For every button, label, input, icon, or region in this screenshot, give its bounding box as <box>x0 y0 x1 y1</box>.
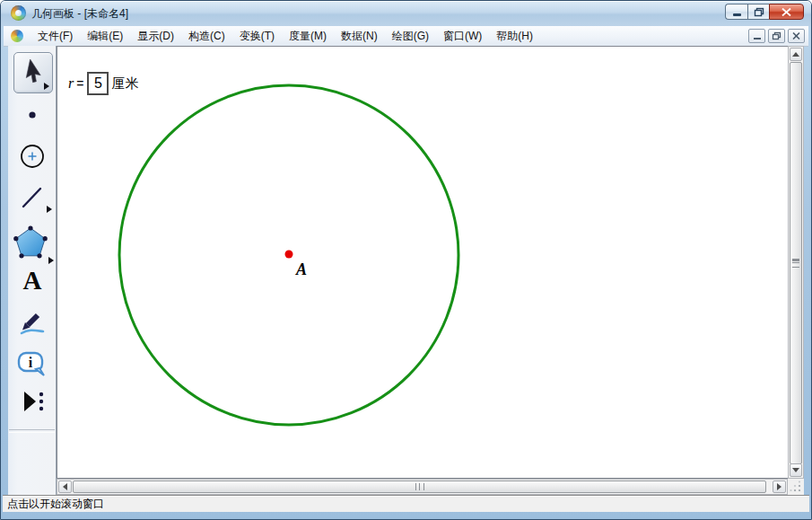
flyout-arrow-icon <box>47 206 52 213</box>
mdi-restore-icon <box>772 31 781 40</box>
mdi-minimize-button[interactable] <box>748 29 765 43</box>
menu-item-edit[interactable]: 编辑(E) <box>80 26 130 47</box>
arrow-down-icon <box>792 468 799 472</box>
close-icon <box>781 8 791 16</box>
mdi-close-icon <box>792 32 800 40</box>
selection-arrow-icon <box>20 57 47 88</box>
radius-value-box[interactable]: 5 <box>87 72 109 95</box>
minimize-icon <box>733 13 741 16</box>
segment-icon <box>17 182 48 213</box>
app-window: 几何画板 - [未命名4] 文件(F) 编辑(E) 显示(D) <box>0 0 812 520</box>
arrow-left-icon <box>63 483 67 490</box>
resize-grip-icon <box>788 479 804 495</box>
close-button[interactable] <box>769 4 804 20</box>
tool-polygon[interactable] <box>8 222 57 267</box>
flyout-arrow-icon <box>44 83 49 90</box>
radius-label: r = 5 厘米 <box>68 72 138 95</box>
equals-sign: = <box>76 76 83 91</box>
sketch-layer <box>57 47 788 479</box>
toolbar-separator <box>9 429 55 433</box>
circle-icon <box>18 142 47 171</box>
mdi-restore-button[interactable] <box>768 29 785 43</box>
menu-item-graph[interactable]: 绘图(G) <box>385 26 436 47</box>
menu-item-display[interactable]: 显示(D) <box>130 26 181 47</box>
menu-item-file[interactable]: 文件(F) <box>31 26 80 47</box>
tool-palette: A i <box>8 46 57 495</box>
tool-point[interactable] <box>8 101 57 128</box>
scroll-down-button[interactable] <box>790 463 802 477</box>
polygon-icon <box>13 224 51 265</box>
menu-item-data[interactable]: 数据(N) <box>334 26 385 47</box>
resize-grip[interactable] <box>788 479 804 495</box>
restore-icon <box>754 7 764 17</box>
thumb-grip-icon <box>415 483 424 490</box>
restore-button[interactable] <box>747 4 769 20</box>
point-icon <box>27 110 38 120</box>
arrow-up-icon <box>792 52 799 57</box>
info-icon: i <box>16 350 48 379</box>
marker-icon <box>17 310 48 339</box>
mdi-minimize-icon <box>754 38 761 40</box>
menu-item-measure[interactable]: 度量(M) <box>282 26 334 47</box>
center-point[interactable] <box>285 251 293 259</box>
vertical-scrollbar[interactable] <box>788 46 804 479</box>
menu-item-construct[interactable]: 构造(C) <box>181 26 232 47</box>
tool-custom[interactable] <box>8 385 57 416</box>
point-label[interactable]: A <box>296 260 307 279</box>
status-bar: 点击以开始滚动窗口 <box>3 495 809 512</box>
scroll-right-button[interactable] <box>773 480 786 493</box>
title-bar[interactable]: 几何画板 - [未命名4] <box>1 1 811 26</box>
menu-bar: 文件(F) 编辑(E) 显示(D) 构造(C) 变换(T) 度量(M) 数据(N… <box>4 26 808 47</box>
vertical-scroll-thumb[interactable] <box>790 62 802 464</box>
tool-marker[interactable] <box>8 308 57 340</box>
tool-compass-circle[interactable] <box>8 140 57 172</box>
horizontal-scrollbar[interactable] <box>57 479 788 495</box>
radius-unit: 厘米 <box>111 75 138 93</box>
menu-item-transform[interactable]: 变换(T) <box>232 26 282 47</box>
menu-item-help[interactable]: 帮助(H) <box>489 26 540 47</box>
scroll-up-button[interactable] <box>790 48 802 61</box>
tool-information[interactable]: i <box>8 348 57 382</box>
scroll-left-button[interactable] <box>58 480 72 493</box>
text-tool-icon: A <box>23 266 42 295</box>
menu-item-window[interactable]: 窗口(W) <box>436 26 489 47</box>
tool-selection-arrow[interactable] <box>13 52 53 93</box>
horizontal-scroll-thumb[interactable] <box>73 480 766 493</box>
radius-variable: r <box>68 75 74 92</box>
tool-text[interactable]: A <box>8 263 57 297</box>
svg-text:i: i <box>29 355 33 370</box>
status-text: 点击以开始滚动窗口 <box>7 497 104 512</box>
arrow-right-icon <box>777 483 781 490</box>
custom-tool-icon <box>18 387 47 414</box>
app-logo-icon <box>11 5 26 21</box>
document-icon[interactable] <box>11 30 23 42</box>
minimize-button[interactable] <box>725 4 747 20</box>
mdi-close-button[interactable] <box>788 29 805 43</box>
window-title: 几何画板 - [未命名4] <box>31 6 128 22</box>
thumb-grip-icon <box>792 259 799 268</box>
tool-segment[interactable] <box>8 181 57 215</box>
drawing-canvas[interactable]: r = 5 厘米 A <box>57 46 788 479</box>
